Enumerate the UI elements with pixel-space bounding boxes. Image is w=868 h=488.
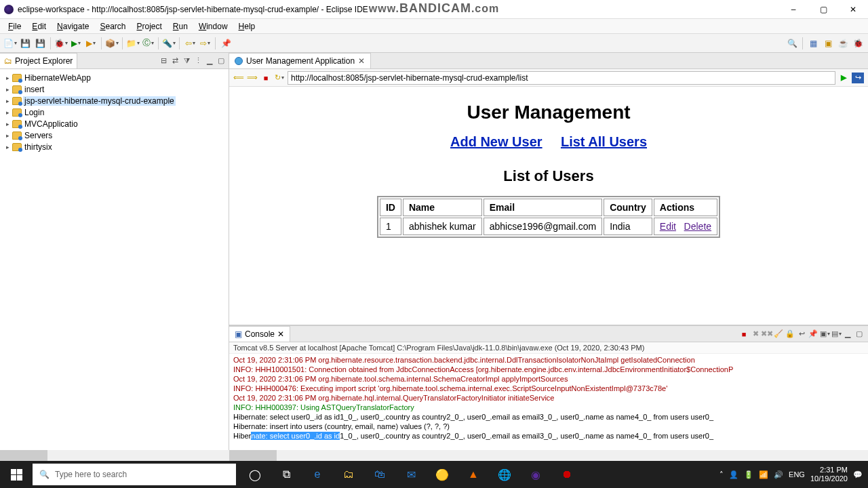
console-output[interactable]: Oct 19, 2020 2:31:06 PM org.hibernate.re… [229, 354, 868, 450]
list-all-users-link[interactable]: List All Users [561, 134, 647, 149]
window-minimize-button[interactable]: – [778, 0, 808, 19]
project-servers[interactable]: ▸Servers [0, 129, 229, 141]
project-mvcapplicatio[interactable]: ▸MVCApplicatio [0, 118, 229, 129]
delete-link[interactable]: Delete [684, 221, 711, 232]
word-wrap-icon[interactable]: ↩ [797, 329, 806, 339]
system-tray[interactable]: ˄ 👤 🔋 📶 🔊 ENG 2:31 PM 10/19/2020 💬 [714, 466, 868, 483]
add-new-user-link[interactable]: Add New User [450, 134, 542, 149]
browser-go-icon[interactable]: ▶ [838, 73, 849, 83]
new-class-icon[interactable]: Ⓒ [142, 37, 154, 49]
back-history-icon[interactable]: ⇦ [184, 37, 196, 49]
tray-chevron-up-icon[interactable]: ˄ [719, 470, 724, 479]
close-icon[interactable]: ✕ [358, 56, 365, 66]
scroll-lock-icon[interactable]: 🔒 [785, 329, 795, 339]
chrome-icon[interactable]: 🟡 [427, 461, 457, 488]
taskbar-search-box[interactable]: 🔍 Type here to search [33, 464, 236, 485]
forward-history-icon[interactable]: ⇨ [199, 37, 211, 49]
menu-bar: FileEditNavigateSearchProjectRunWindowHe… [0, 19, 868, 34]
browser-external-icon[interactable]: ↪ [852, 73, 864, 83]
battery-icon[interactable]: 🔋 [744, 470, 753, 479]
maximize-view-icon[interactable]: ▢ [854, 329, 864, 339]
new-file-icon[interactable]: 📄 [4, 37, 16, 49]
remove-launch-icon[interactable]: ✖ [751, 329, 760, 339]
browser-back-icon[interactable]: ⟸ [233, 73, 244, 83]
save-all-icon[interactable]: 💾 [34, 37, 46, 49]
pin-editor-icon[interactable]: 📌 [220, 37, 232, 49]
java-perspective-icon[interactable]: ☕ [837, 37, 849, 49]
project-insert[interactable]: ▸insert [0, 83, 229, 95]
menu-project[interactable]: Project [131, 20, 167, 33]
console-horizontal-scrollbar[interactable] [229, 450, 868, 461]
menu-file[interactable]: File [3, 20, 26, 33]
run-icon[interactable]: ▶ [70, 37, 82, 49]
taskbar-clock[interactable]: 2:31 PM 10/19/2020 [810, 466, 848, 483]
browser-forward-icon[interactable]: ⟹ [247, 73, 258, 83]
debug-perspective-icon[interactable]: 🐞 [852, 37, 864, 49]
language-indicator[interactable]: ENG [789, 470, 805, 479]
collapse-all-icon[interactable]: ⊟ [159, 56, 168, 66]
project-thirtysix[interactable]: ▸thirtysix [0, 141, 229, 152]
close-icon[interactable]: ✕ [277, 329, 284, 339]
console-tab[interactable]: ▣ Console ✕ [229, 326, 290, 342]
project-explorer-tab[interactable]: 🗂 Project Explorer [0, 53, 77, 68]
store-icon[interactable]: 🛍 [365, 461, 395, 488]
search-toolbar-icon[interactable]: 🔦 [163, 37, 175, 49]
cortana-icon[interactable]: ◯ [240, 461, 270, 488]
new-server-icon[interactable]: 📦 [106, 37, 118, 49]
eclipse-taskbar-icon[interactable]: ◉ [521, 461, 551, 488]
project-folder-icon [12, 120, 22, 128]
pin-console-icon[interactable]: 📌 [808, 329, 818, 339]
start-button[interactable] [0, 461, 33, 488]
project-login[interactable]: ▸Login [0, 106, 229, 118]
menu-run[interactable]: Run [167, 20, 193, 33]
minimize-view-icon[interactable]: ▁ [843, 329, 852, 339]
browser-refresh-icon[interactable]: ↻ [274, 73, 285, 83]
java-ee-perspective-icon[interactable]: ▣ [822, 37, 834, 49]
window-close-button[interactable]: ✕ [838, 0, 868, 19]
vlc-icon[interactable]: ▲ [458, 461, 488, 488]
project-tree[interactable]: ▸HibernateWebApp▸insert▸jsp-servlet-hibe… [0, 69, 229, 155]
browser-url-field[interactable] [288, 71, 835, 85]
filter-icon[interactable]: ⧩ [182, 56, 191, 66]
open-console-icon[interactable]: ▤ [831, 329, 841, 339]
edge-icon[interactable]: 🌐 [490, 461, 519, 488]
volume-icon[interactable]: 🔊 [774, 470, 783, 479]
project-hibernatewebapp[interactable]: ▸HibernateWebApp [0, 72, 229, 83]
people-icon[interactable]: 👤 [729, 470, 738, 479]
bandicam-record-icon[interactable]: ⏺ [552, 461, 582, 488]
project-explorer-horizontal-scrollbar[interactable] [0, 450, 229, 461]
minimize-view-icon[interactable]: ▁ [205, 56, 214, 66]
terminate-icon[interactable]: ■ [739, 329, 749, 339]
menu-search[interactable]: Search [94, 20, 131, 33]
view-menu-icon[interactable]: ⋮ [193, 56, 203, 66]
browser-stop-icon[interactable]: ■ [260, 73, 271, 83]
wifi-icon[interactable]: 📶 [759, 470, 768, 479]
save-icon[interactable]: 💾 [19, 37, 31, 49]
display-selected-icon[interactable]: ▣ [820, 329, 829, 339]
new-package-icon[interactable]: 📁 [127, 37, 139, 49]
menu-navigate[interactable]: Navigate [52, 20, 94, 33]
internal-browser-toolbar: ⟸ ⟹ ■ ↻ ▶ ↪ [229, 69, 868, 87]
link-editor-icon[interactable]: ⇄ [170, 56, 180, 66]
project-jsp-servlet-hibernate-mysql-crud-example[interactable]: ▸jsp-servlet-hibernate-mysql-crud-exampl… [0, 95, 229, 106]
menu-help[interactable]: Help [233, 20, 261, 33]
cell-country: India [604, 218, 652, 235]
edge-legacy-icon[interactable]: e [302, 461, 332, 488]
run-ext-icon[interactable]: ▶ [85, 37, 97, 49]
debug-icon[interactable]: 🐞 [55, 37, 67, 49]
edit-link[interactable]: Edit [660, 221, 676, 232]
remove-all-icon[interactable]: ✖✖ [762, 329, 772, 339]
menu-window[interactable]: Window [193, 20, 233, 33]
window-maximize-button[interactable]: ▢ [808, 0, 838, 19]
editor-tab-user-management[interactable]: User Management Application ✕ [229, 53, 371, 68]
mail-icon[interactable]: ✉ [396, 461, 426, 488]
menu-edit[interactable]: Edit [26, 20, 52, 33]
notifications-icon[interactable]: 💬 [853, 470, 863, 479]
file-explorer-icon[interactable]: 🗂 [334, 461, 363, 488]
quick-access-icon[interactable]: 🔍 [786, 37, 798, 49]
maximize-view-icon[interactable]: ▢ [216, 56, 226, 66]
task-view-icon[interactable]: ⧉ [271, 461, 301, 488]
project-explorer-view: 🗂 Project Explorer ⊟ ⇄ ⧩ ⋮ ▁ ▢ ▸Hibernat… [0, 53, 229, 461]
clear-console-icon[interactable]: 🧹 [774, 329, 783, 339]
open-perspective-icon[interactable]: ▦ [807, 37, 819, 49]
